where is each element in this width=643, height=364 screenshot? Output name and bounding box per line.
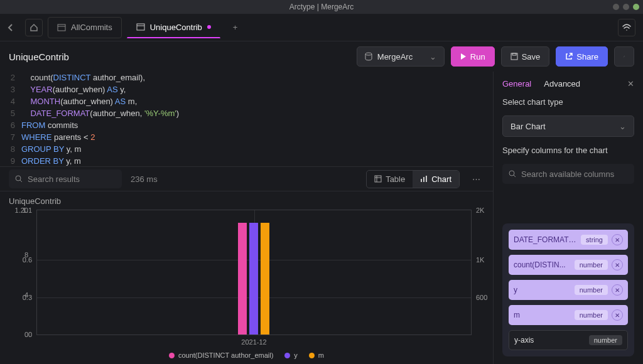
save-button[interactable]: Save [501,46,550,67]
chart-title: UniqueContrib [9,196,484,206]
connection-icon[interactable] [618,19,635,36]
close-icon[interactable] [633,4,639,10]
page-title: UniqueContrib [9,51,69,62]
column-chip[interactable]: DATE_FORMAT(... string ✕ [509,230,628,250]
tab-advanced[interactable]: Advanced [544,79,580,88]
chart-canvas: 1.20 8 4 0 1.1 0.6 0.3 0 2K 1K 600 [36,210,472,335]
view-toggle: Table Chart [366,170,460,188]
svg-rect-0 [58,24,65,31]
svg-rect-9 [375,176,381,182]
search-icon [509,170,516,178]
search-results-input[interactable]: Search results [9,169,122,188]
svg-line-16 [514,175,516,177]
chevron-down-icon: ⌄ [430,52,436,62]
tab-general[interactable]: General [502,79,531,88]
legend-swatch-icon [309,353,315,358]
svg-point-15 [509,171,514,176]
copy-link-button[interactable] [614,46,634,67]
svg-line-8 [20,180,22,182]
query-timing: 236 ms [131,174,158,184]
add-tab-button[interactable]: + [225,23,246,32]
config-panel: General Advanced ✕ Select chart type Bar… [494,72,643,364]
save-icon [511,53,518,60]
column-chip[interactable]: count(DISTIN... number ✕ [509,255,628,275]
bar-series-2[interactable] [249,223,258,335]
query-icon [136,23,145,31]
config-tabs: General Advanced ✕ [502,79,634,88]
minimize-icon[interactable] [613,4,619,10]
columns-label: Specify columns for the chart [502,146,634,155]
window-title: Arctype | MergeArc [289,3,354,11]
database-name: MergeArc [377,52,413,62]
chart-type-select[interactable]: Bar Chart ⌄ [502,115,634,137]
tab-allcommits[interactable]: AllCommits [48,17,122,38]
search-columns-input[interactable]: Search available columns [502,164,634,184]
legend-item: m [309,351,324,359]
link-icon [624,52,625,61]
sql-editor[interactable]: 2 count(DISTINCT author_email),3 YEAR(au… [0,72,493,166]
svg-rect-2 [137,24,144,30]
legend-item: count(DISTINCT author_email) [169,351,273,359]
svg-point-7 [16,176,21,181]
y-axis-outer: 1.20 8 4 0 [35,210,60,335]
bar-series-1[interactable] [238,223,247,335]
legend-item: y [284,351,298,359]
titlebar: Arctype | MergeArc [0,0,643,14]
chart-area: UniqueContrib 1.20 8 4 0 1.1 0.6 0.3 0 2… [0,191,493,364]
database-select[interactable]: MergeArc ⌄ [357,46,445,67]
unsaved-dot-icon [207,25,211,29]
y-axis-left: 1.1 0.6 0.3 0 [9,210,35,335]
bar-series-3[interactable] [261,223,269,335]
results-toolbar: Search results 236 ms Table Chart ⋯ [0,166,493,191]
tab-label: UniqueContrib [150,23,202,32]
remove-chip-button[interactable]: ✕ [612,234,623,245]
view-chart-button[interactable]: Chart [413,171,459,188]
view-table-button[interactable]: Table [367,171,413,188]
window-controls [613,4,639,10]
svg-rect-14 [426,176,427,182]
share-button[interactable]: Share [556,46,608,67]
legend-swatch-icon [284,353,290,358]
tab-label: AllCommits [71,23,112,32]
search-icon [15,175,23,183]
more-options-button[interactable]: ⋯ [468,174,484,184]
chart-type-label: Select chart type [502,97,634,107]
column-chips: DATE_FORMAT(... string ✕ count(DISTIN...… [502,223,634,356]
table-icon [374,175,382,183]
play-icon [460,53,467,60]
column-chip[interactable]: m number ✕ [509,305,628,325]
yaxis-chip[interactable]: y-axis number [509,330,628,350]
remove-chip-button[interactable]: ✕ [612,259,623,270]
column-chip[interactable]: y number ✕ [509,280,628,300]
svg-point-4 [365,53,372,55]
svg-rect-12 [421,179,422,182]
svg-rect-6 [512,53,516,55]
x-axis-label: 2021-12 [241,338,266,346]
maximize-icon[interactable] [623,4,629,10]
home-button[interactable] [25,19,43,36]
nav-back-button[interactable] [8,23,20,32]
remove-chip-button[interactable]: ✕ [612,309,623,321]
database-icon [365,52,372,61]
close-panel-button[interactable]: ✕ [627,79,634,88]
tabbar: AllCommits UniqueContrib + [0,14,643,41]
query-icon [57,24,66,31]
chevron-down-icon: ⌄ [619,122,626,131]
tab-uniquecontrib[interactable]: UniqueContrib [127,17,220,38]
y-axis-right: 2K 1K 600 [473,210,494,335]
run-button[interactable]: Run [451,46,495,67]
legend-swatch-icon [169,353,175,358]
chart-legend: count(DISTINCT author_email) y m [9,351,484,359]
share-icon [565,53,573,60]
svg-rect-13 [423,177,424,182]
chart-icon [420,175,428,183]
remove-chip-button[interactable]: ✕ [612,284,623,296]
toolbar: UniqueContrib MergeArc ⌄ Run Save Share [0,41,643,72]
